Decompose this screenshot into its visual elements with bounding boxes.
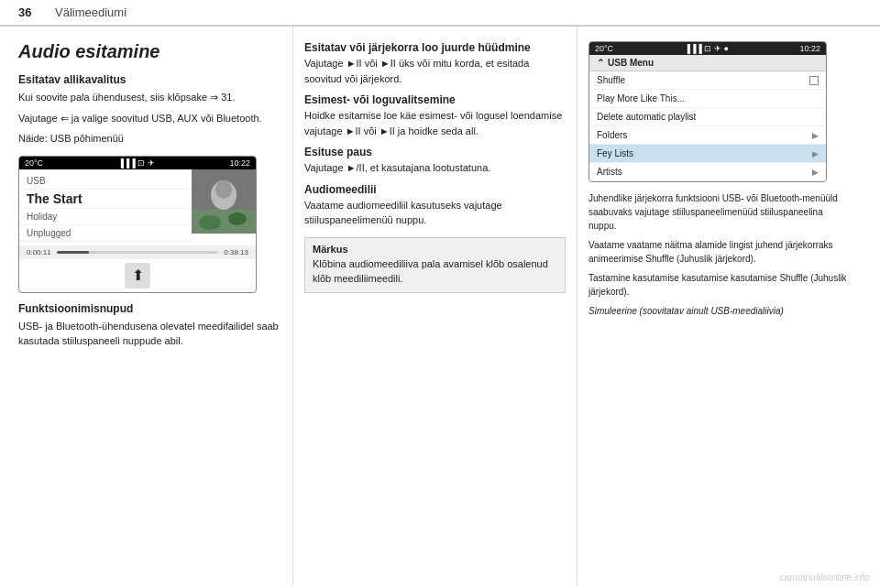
device-list-track3: Unplugged [19,225,192,242]
note-label: Märkus [313,244,557,255]
time-end: 0:38:13 [224,248,248,256]
device-list-track2: Holiday [19,209,192,225]
mid-heading-3: Esituse paus [304,146,566,158]
mid-body-2: Hoidke esitamise loe käe esimest- või lo… [304,108,566,138]
menu-back-icon: ⌃ [597,58,604,68]
usb-icon: ⬆ [125,263,150,289]
menu-item-shuffle: Shuffle [589,71,826,90]
device-thumb [192,169,256,234]
mid-body-1: Vajutage ►II või ►II üks või mitu korda,… [304,56,566,86]
device-list: USB The Start Holiday Unplugged [19,169,192,245]
watermark: carmanualsonline.info [780,572,869,583]
body-2: Vajutage ⇐ ja valige soovitud USB, AUX v… [18,111,283,126]
progress-bar [57,251,219,254]
middle-column: Esitatav või järjekorra loo juurde hüüdm… [293,27,578,585]
page-header: 36 Välimeediumi [0,0,880,26]
sub-heading-1: Esitatav allikavalitus [18,73,283,86]
note-box: Märkus Klõbina audiomeediliiva pala avam… [304,237,566,293]
device-controls: 0:00:11 0:38:13 [19,245,256,259]
device-screen-left: 20°C ▐▐▐ ⊡ ✈ 10:22 USB The Start Holiday… [18,156,257,293]
play-more-label: Play More Like This... [597,93,685,103]
menu-item-playlists: Fey Lists ▶ [589,145,826,163]
delete-label: Delete automatic playlist [597,112,696,122]
right-note-3: Tastamine kasutamise kasutamise kasutami… [588,271,852,299]
mid-body-4: Vaatame audiomeediliil kasutuseks vajuta… [304,198,566,228]
svg-point-5 [228,212,247,225]
menu-status-bar: 20°C ▐▐▐ ⊡ ✈ ● 10:22 [589,42,826,55]
right-note-2: Vaatame vaatame näitma alamide lingist j… [588,238,852,266]
artists-label: Artists [597,167,622,177]
menu-item-delete: Delete automatic playlist [589,108,826,126]
note-text: Klõbina audiomeediliiva pala avamisel kl… [313,256,557,287]
page-number: 36 [18,5,46,19]
device-time: 10:22 [229,158,250,168]
footer-body: USB- ja Bluetooth-ühendusena olevatel me… [18,319,283,349]
device-list-track1: The Start [19,190,192,209]
left-column: Audio esitamine Esitatav allikavalitus K… [18,27,293,585]
mid-heading-4: Audiomeedilii [304,183,566,196]
artists-chevron: ▶ [812,168,819,177]
playlists-chevron: ▶ [812,149,819,158]
folders-label: Folders [597,130,627,140]
shuffle-checkbox [809,76,819,85]
menu-item-artists: Artists ▶ [589,163,826,181]
section-title: Audio esitamine [18,41,283,62]
device-body: USB The Start Holiday Unplugged [19,169,256,245]
time-start: 0:00:11 [27,248,51,256]
svg-point-2 [215,180,232,199]
device-icon-row: ⬆ [19,259,256,292]
menu-time: 10:22 [799,44,820,53]
menu-icons: ▐▐▐ ⊡ ✈ ● [685,44,729,53]
right-note-1: Juhendlike järjekorra funktsiooni USB- v… [588,191,852,233]
menu-screen: 20°C ▐▐▐ ⊡ ✈ ● 10:22 ⌃ USB Menu Shuffle … [588,41,827,182]
mid-heading-1: Esitatav või järjekorra loo juurde hüüdm… [304,41,566,54]
right-column: 20°C ▐▐▐ ⊡ ✈ ● 10:22 ⌃ USB Menu Shuffle … [578,27,852,585]
menu-item-folders: Folders ▶ [589,126,826,145]
device-temp: 20°C [25,158,43,168]
body-3: Näide: USB põhimenüü [18,131,283,147]
progress-fill [57,251,89,254]
menu-item-play-more: Play More Like This... [589,90,826,108]
svg-point-4 [199,215,221,230]
page-title-header: Välimeediumi [55,5,126,19]
menu-title-bar: ⌃ USB Menu [589,55,826,71]
right-note-4: Simuleerine (soovitatav ainult USB-meedi… [588,304,852,318]
shuffle-label: Shuffle [597,75,625,85]
device-list-usb: USB [19,173,192,190]
folders-chevron: ▶ [812,131,819,140]
menu-title: USB Menu [608,58,654,68]
mid-body-3: Vajutage ►/II, et kasutajana lootustatun… [304,160,566,176]
menu-items-list: Shuffle Play More Like This... Delete au… [589,71,826,181]
footer-sub: Funktsioonimisnupud [18,302,283,315]
device-status-bar-left: 20°C ▐▐▐ ⊡ ✈ 10:22 [19,157,256,169]
playlists-label: Fey Lists [597,148,633,158]
mid-heading-2: Esimest- või loguvalitsemine [304,93,566,106]
body-1: Kui soovite pala ühendusest, siis klõpsa… [18,90,283,105]
device-signal: ▐▐▐ ⊡ ✈ [118,158,155,168]
menu-temp: 20°C [595,44,613,53]
